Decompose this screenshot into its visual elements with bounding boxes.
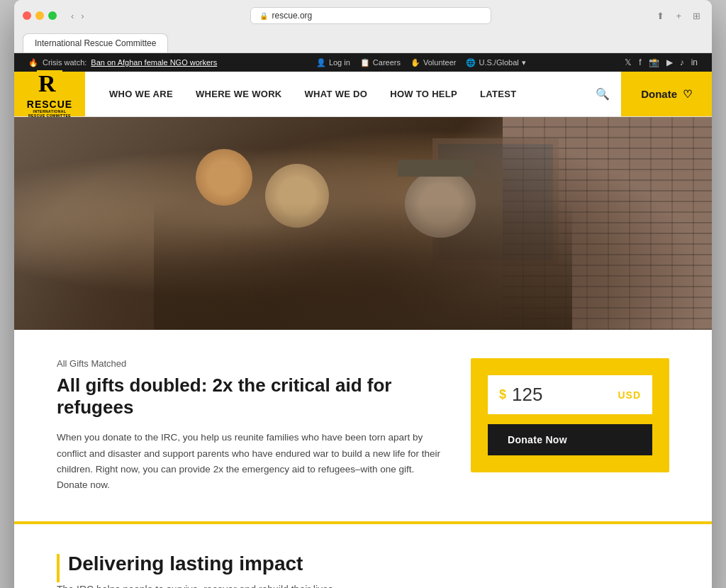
bodies [154,202,572,330]
impact-section: Delivering lasting impact The IRC helps … [14,521,712,588]
main-navigation: R RESCUE INTERNATIONALRESCUE COMMITTEE W… [14,72,712,117]
child-head [196,149,252,206]
search-icon: 🔍 [596,87,610,101]
careers-link[interactable]: 📋 Careers [360,58,401,67]
back-button[interactable]: ‹ [68,9,77,23]
fire-icon: 🔥 [28,58,38,67]
new-tab-button[interactable]: + [673,9,684,23]
facebook-icon[interactable]: f [639,57,641,67]
utility-bar: 🔥 Crisis watch: Ban on Afghan female NGO… [14,53,712,72]
maximize-button[interactable] [48,11,57,20]
nav-buttons: ‹ › [68,9,87,23]
lock-icon: 🔒 [259,12,268,20]
grid-button[interactable]: ⊞ [690,9,703,23]
impact-description: The IRC helps people to survive, recover… [57,584,669,588]
website-content: 🔥 Crisis watch: Ban on Afghan female NGO… [14,53,712,588]
chevron-down-icon: ▾ [522,58,526,67]
svg-text:R: R [38,70,56,96]
linkedin-icon[interactable]: in [691,57,698,67]
description-text: When you donate to the IRC, you help us … [57,430,442,493]
nav-latest[interactable]: LATEST [470,72,526,116]
currency-label: USD [618,389,641,401]
share-button[interactable]: ⬆ [654,9,667,23]
nav-links: WHO WE ARE WHERE WE WORK WHAT WE DO HOW … [85,72,584,116]
impact-title-row: Delivering lasting impact [57,553,669,584]
minimize-button[interactable] [35,11,44,20]
nav-what-we-do[interactable]: WHAT WE DO [295,72,378,116]
globe-icon: 🌐 [466,58,476,67]
user-icon: 👤 [316,58,326,67]
logo-r: R [27,70,72,99]
login-link[interactable]: 👤 Log in [316,58,350,67]
nav-who-we-are[interactable]: WHO WE ARE [99,72,183,116]
active-tab[interactable]: International Rescue Committee [23,33,168,52]
browser-actions: ⬆ + ⊞ [654,9,703,23]
instagram-icon[interactable]: 📸 [649,57,659,67]
browser-chrome: ‹ › 🔒 rescue.org ⬆ + ⊞ International Res… [14,0,712,53]
tiktok-icon[interactable]: ♪ [680,57,684,67]
crisis-alert: 🔥 Crisis watch: Ban on Afghan female NGO… [28,58,217,67]
youtube-icon[interactable]: ▶ [666,57,673,67]
content-left: All Gifts Matched All gifts doubled: 2x … [57,358,442,493]
donation-amount-input[interactable] [512,384,612,406]
hero-background [14,117,712,330]
logo-rescue-text: RESCUE [27,99,72,110]
nav-where-we-work[interactable]: WHERE WE WORK [186,72,292,116]
address-bar[interactable]: 🔒 rescue.org [250,7,491,24]
hero-section [14,117,712,330]
forward-button[interactable]: › [78,9,86,23]
yellow-divider [57,554,60,582]
crisis-label: Crisis watch: [43,58,86,67]
gifts-matched-label: All Gifts Matched [57,358,442,369]
tab-bar: International Rescue Committee [23,30,703,52]
logo[interactable]: R RESCUE INTERNATIONALRESCUE COMMITTEE [14,72,85,116]
region-selector[interactable]: 🌐 U.S./Global ▾ [466,58,525,67]
url-text: rescue.org [272,11,313,21]
traffic-lights [23,11,57,20]
browser-window: ‹ › 🔒 rescue.org ⬆ + ⊞ International Res… [14,0,712,588]
crisis-link[interactable]: Ban on Afghan female NGO workers [91,58,217,67]
impact-title: Delivering lasting impact [68,553,303,575]
donate-now-button[interactable]: Donate Now [488,424,652,455]
hand-icon: ✋ [411,58,420,67]
nav-how-to-help[interactable]: HOW TO HELP [380,72,467,116]
volunteer-link[interactable]: ✋ Volunteer [411,58,456,67]
logo-text: R RESCUE INTERNATIONALRESCUE COMMITTEE [27,70,72,118]
donate-button[interactable]: Donate ♡ [621,72,712,116]
browser-controls: ‹ › 🔒 rescue.org ⬆ + ⊞ [23,7,703,24]
donation-widget: $ USD Donate Now [471,358,669,472]
heart-icon: ♡ [683,88,692,101]
content-section: All Gifts Matched All gifts doubled: 2x … [14,330,712,521]
dollar-sign: $ [499,387,506,402]
search-button[interactable]: 🔍 [584,72,621,116]
close-button[interactable] [23,11,31,20]
briefcase-icon: 📋 [360,58,370,67]
social-icons: 𝕏 f 📸 ▶ ♪ in [625,57,698,67]
address-bar-container: 🔒 rescue.org [93,7,649,24]
utility-links: 👤 Log in 📋 Careers ✋ Volunteer 🌐 U.S./Gl… [316,58,526,67]
donation-amount-row: $ USD [488,375,652,414]
twitter-icon[interactable]: 𝕏 [625,57,632,67]
main-headline: All gifts doubled: 2x the critical aid f… [57,375,442,418]
man-cap [398,160,474,177]
